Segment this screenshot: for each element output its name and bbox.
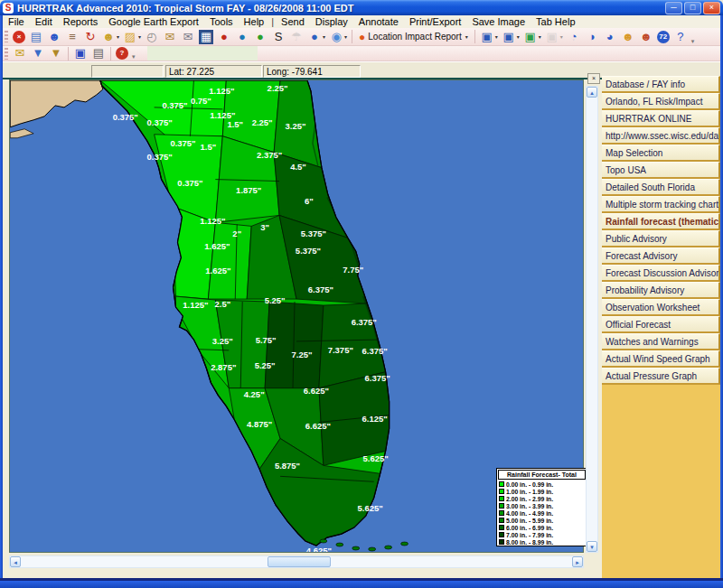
- time-late-icon[interactable]: ◕: [602, 29, 618, 45]
- exit-icon[interactable]: ×: [12, 29, 26, 45]
- sidebar-item-official-forecast[interactable]: Official Forecast: [602, 316, 720, 333]
- menu-edit[interactable]: Edit: [30, 16, 58, 27]
- sidebar-item-public-advisory[interactable]: Public Advisory: [602, 230, 720, 247]
- close-button[interactable]: ×: [703, 2, 720, 14]
- refresh-icon[interactable]: ↻: [82, 29, 99, 45]
- user-return-icon[interactable]: ☻: [638, 29, 654, 45]
- satellite-image-icon[interactable]: ▦: [198, 29, 214, 45]
- menu-tab-help[interactable]: Tab Help: [531, 16, 580, 27]
- map-canvas[interactable]: 1.125"2.25"0.375"0.75"0.375"0.375"1.125"…: [9, 79, 584, 553]
- folder-open-icon[interactable]: ▨▾: [122, 29, 142, 45]
- sidebar-item-orlando-fl-risk-impact[interactable]: Orlando, FL Risk/Impact: [602, 93, 720, 110]
- sidebar-tabs: Database / FAY infoOrlando, FL Risk/Impa…: [602, 76, 720, 583]
- horizontal-scroll-thumb[interactable]: [268, 556, 331, 567]
- help-red-icon[interactable]: ?: [115, 45, 129, 61]
- stamp-icon[interactable]: ▼: [48, 45, 64, 61]
- help-icon[interactable]: ?: [672, 29, 689, 45]
- globe-track-icon-dropdown-arrow[interactable]: ▾: [323, 33, 325, 40]
- user-export-icon-dropdown-arrow[interactable]: ▾: [117, 33, 119, 40]
- rainfall-value-label: 1.5": [201, 142, 217, 152]
- google-earth-icon-dropdown-arrow[interactable]: ▾: [344, 33, 347, 40]
- menu-display[interactable]: Display: [310, 16, 353, 27]
- sidebar-item-hurrtrak-online[interactable]: HURRTRAK ONLINE: [602, 110, 720, 127]
- user-export-icon[interactable]: ☻▾: [100, 29, 120, 45]
- menu-send[interactable]: Send: [276, 16, 310, 27]
- save-icon[interactable]: ▣: [72, 45, 89, 61]
- google-earth-icon[interactable]: ◉▾: [328, 29, 348, 45]
- report-list-icon-glyph: ≡: [65, 30, 80, 44]
- sidebar-item-map-selection[interactable]: Map Selection: [602, 145, 720, 162]
- menu-print-export[interactable]: Print/Export: [404, 16, 466, 27]
- toolbar-separator: [110, 47, 111, 61]
- sidebar-item-probability-advisory[interactable]: Probability Advisory: [602, 282, 720, 299]
- sidebar-item-watches-and-warnings[interactable]: Watches and Warnings: [602, 333, 720, 350]
- minimize-button[interactable]: ─: [665, 2, 682, 14]
- maximize-button[interactable]: □: [684, 2, 701, 14]
- email-icon[interactable]: ✉: [12, 45, 28, 61]
- import-tray-icon[interactable]: ▼: [30, 45, 46, 61]
- report-doc2-icon-dropdown-arrow[interactable]: ▾: [517, 33, 520, 40]
- user-icon-glyph: ☻: [47, 30, 61, 44]
- menu-reports[interactable]: Reports: [58, 16, 104, 27]
- panel-close-button[interactable]: ×: [587, 73, 600, 84]
- sidebar-item-multiple-storm-tracking-chart[interactable]: Multiple storm tracking chart: [602, 196, 720, 213]
- globe-red-icon[interactable]: ●: [216, 29, 232, 45]
- time-early-icon[interactable]: ◔: [566, 29, 582, 45]
- history-clock-icon[interactable]: ◴: [144, 29, 160, 45]
- menu-separator: |: [269, 16, 276, 27]
- chart-disabled-icon[interactable]: ▣▾: [544, 29, 564, 45]
- rainfall-value-label: 2.875": [211, 362, 236, 372]
- time-mid-icon[interactable]: ◑: [584, 29, 600, 45]
- scroll-down-button[interactable]: ▾: [587, 541, 597, 552]
- mail-receive-icon[interactable]: ✉: [180, 29, 196, 45]
- menu-google-earth-export[interactable]: Google Earth Export: [103, 16, 204, 27]
- sidebar-item-observation-worksheet[interactable]: Observation Worksheet: [602, 299, 720, 316]
- vertical-scrollbar[interactable]: ▴ ▾: [586, 86, 598, 553]
- report-list-icon[interactable]: ≡: [64, 29, 80, 45]
- report-doc2-icon[interactable]: ▣▾: [501, 29, 521, 45]
- sidebar-item-actual-pressure-graph[interactable]: Actual Pressure Graph: [602, 368, 720, 385]
- v72-icon[interactable]: 72: [656, 29, 671, 45]
- chart-toggle-icon-dropdown-arrow[interactable]: ▾: [539, 33, 541, 40]
- globe-blue-icon[interactable]: ●: [234, 29, 250, 45]
- window-form-icon[interactable]: ▤: [28, 29, 44, 45]
- sidebar-item-actual-wind-speed-graph[interactable]: Actual Wind Speed Graph: [602, 350, 720, 368]
- toolbar2-overflow-button[interactable]: ▾: [132, 53, 136, 61]
- sidebar-item-forecast-discussion-advisory[interactable]: Forecast Discussion Advisory: [602, 265, 720, 282]
- sidebar-item-forecast-advisory[interactable]: Forecast Advisory: [602, 247, 720, 265]
- globe-lightning-icon[interactable]: ●: [252, 29, 268, 45]
- chart-disabled-icon-dropdown-arrow[interactable]: ▾: [560, 33, 563, 40]
- rainfall-cloud-icon[interactable]: ☂: [288, 29, 305, 45]
- toolbar-overflow-button[interactable]: ▾: [691, 38, 695, 45]
- print-icon[interactable]: ▤: [90, 45, 107, 61]
- report-doc1-icon-dropdown-arrow[interactable]: ▾: [495, 33, 498, 40]
- chart-toggle-icon-glyph: ▣: [523, 30, 538, 44]
- menu-help[interactable]: Help: [239, 16, 270, 27]
- menu-tools[interactable]: Tools: [204, 16, 239, 27]
- storm-symbol-icon[interactable]: S: [270, 29, 286, 45]
- sidebar-item-http-www-ssec-wisc-edu-data-g8-lat[interactable]: http://www.ssec.wisc.edu/data/g8/lat: [602, 127, 720, 145]
- horizontal-scrollbar[interactable]: ◂ ▸: [9, 555, 584, 568]
- sidebar-item-database-fay-info[interactable]: Database / FAY info: [602, 76, 720, 93]
- rainfall-value-label: 1.875": [236, 185, 261, 195]
- menu-file[interactable]: File: [3, 16, 30, 27]
- report-doc1-icon[interactable]: ▣▾: [479, 29, 499, 45]
- sidebar-item-topo-usa[interactable]: Topo USA: [602, 162, 720, 179]
- stamp-icon-glyph: ▼: [49, 46, 63, 61]
- rainfall-value-label: 2.375": [257, 150, 282, 160]
- user-icon[interactable]: ☻: [46, 29, 62, 45]
- menu-annotate[interactable]: Annotate: [353, 16, 404, 27]
- scroll-left-button[interactable]: ◂: [10, 556, 21, 567]
- globe-track-icon[interactable]: ●▾: [306, 29, 326, 45]
- chart-toggle-icon[interactable]: ▣▾: [522, 29, 542, 45]
- location-impact-report-dropdown-arrow[interactable]: ▾: [465, 33, 468, 40]
- mail-open-icon[interactable]: ✉: [162, 29, 178, 45]
- menu-save-image[interactable]: Save Image: [466, 16, 531, 27]
- scroll-right-button[interactable]: ▸: [572, 556, 583, 567]
- location-impact-report-button[interactable]: ●Location Impact Report▾: [355, 30, 472, 44]
- scroll-up-button[interactable]: ▴: [587, 87, 597, 98]
- user-question-icon[interactable]: ☻: [620, 29, 636, 45]
- sidebar-item-detailed-south-florida[interactable]: Detailed South Florida: [602, 179, 720, 196]
- folder-open-icon-dropdown-arrow[interactable]: ▾: [138, 33, 141, 40]
- sidebar-item-rainfall-forecast-thematic[interactable]: Rainfall forecast (thematic): [602, 213, 720, 230]
